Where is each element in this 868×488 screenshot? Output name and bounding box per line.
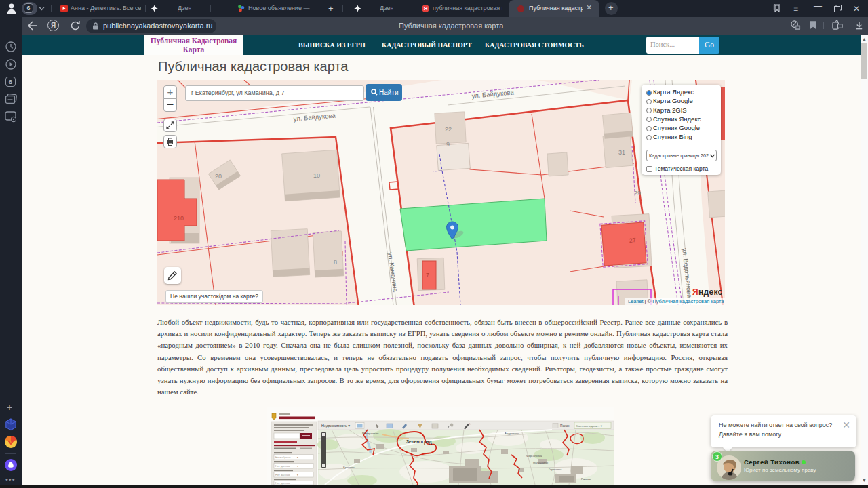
svg-text:Зеленоград: Зеленоград xyxy=(406,439,432,445)
svg-text:7: 7 xyxy=(426,272,429,279)
svg-text:Поиск: Поиск xyxy=(560,424,570,428)
svg-text:▾: ▾ xyxy=(297,456,298,459)
svg-text:31: 31 xyxy=(618,149,625,156)
svg-text:27: 27 xyxy=(629,237,636,244)
svg-text:Матушкино: Матушкино xyxy=(533,461,549,464)
svg-text:Менделеево: Менделеево xyxy=(362,432,379,435)
svg-text:9: 9 xyxy=(446,141,450,148)
svg-text:▾: ▾ xyxy=(297,465,298,468)
svg-text:Недвижимость ▾: Недвижимость ▾ xyxy=(321,424,350,428)
svg-text:10: 10 xyxy=(313,172,320,179)
svg-text:Андреевка: Андреевка xyxy=(505,432,519,435)
svg-text:8: 8 xyxy=(334,259,337,266)
svg-text:▾: ▾ xyxy=(297,474,298,476)
svg-text:Крюково: Крюково xyxy=(343,466,355,469)
svg-text:Нет данных: Нет данных xyxy=(275,473,290,476)
svg-text:22: 22 xyxy=(445,126,452,133)
svg-text:Горетовка: Горетовка xyxy=(549,468,562,471)
svg-text:29: 29 xyxy=(634,190,641,197)
svg-text:Учетные едини... ▾: Учетные едини... ▾ xyxy=(576,424,603,428)
svg-text:210: 210 xyxy=(174,215,184,222)
svg-text:20: 20 xyxy=(215,173,222,180)
svg-text:Фирсановка: Фирсановка xyxy=(526,454,542,458)
svg-text:Ржавки: Ржавки xyxy=(581,477,591,481)
svg-text:Нет данных: Нет данных xyxy=(275,481,290,485)
svg-text:Не выбрано: Не выбрано xyxy=(275,455,291,459)
svg-text:Нет данных: Нет данных xyxy=(275,464,290,468)
